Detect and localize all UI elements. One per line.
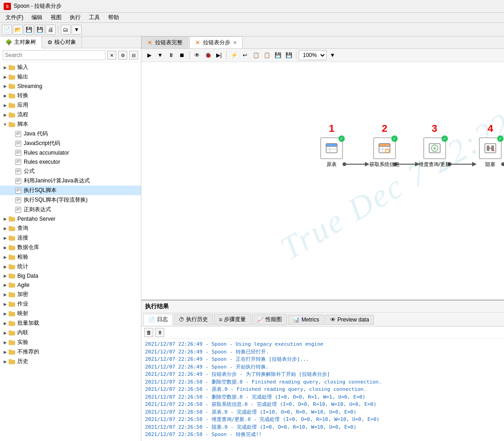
search-clear-button[interactable]: ✕ xyxy=(107,51,116,60)
tree-label-6: 脚本 xyxy=(17,120,28,128)
layers-button[interactable]: 🗂 xyxy=(61,25,71,35)
tree-item-5[interactable]: ▶流程 xyxy=(0,110,141,119)
node-3-icon xyxy=(427,141,442,156)
tree-item-17[interactable]: ▶查询 xyxy=(0,223,141,233)
node-4[interactable]: 4 ✕ ✓ 阻塞 xyxy=(479,137,502,168)
search-options-button[interactable]: ⚙ xyxy=(118,51,127,60)
analyze-button[interactable]: ↩ xyxy=(240,50,250,60)
tree-item-19[interactable]: ▶数据仓库 xyxy=(0,243,141,252)
tree-item-23[interactable]: ▶Agile xyxy=(0,280,141,290)
tree-item-10[interactable]: Rules executor xyxy=(0,157,141,166)
tree-item-4[interactable]: ▶应用 xyxy=(0,100,141,110)
copy-button[interactable]: 📋 xyxy=(251,50,261,60)
preview-icon: 👁 xyxy=(330,316,336,323)
bottom-tab-metrics[interactable]: 📊 Metrics xyxy=(288,315,324,325)
tree-arrow-4: ▶ xyxy=(2,102,8,109)
tree-item-25[interactable]: ▶作业 xyxy=(0,299,141,309)
menu-item-3[interactable]: 执行 xyxy=(66,13,84,22)
bottom-tab-log[interactable]: 📄 日志 xyxy=(143,314,173,325)
pause-button[interactable]: ⏸ xyxy=(166,50,176,60)
history-label: 执行历史 xyxy=(186,316,208,323)
tree-item-26[interactable]: ▶映射 xyxy=(0,309,141,318)
tree-item-13[interactable]: 执行SQL脚本 xyxy=(0,186,141,195)
node-1-box[interactable]: ✓ xyxy=(320,137,343,159)
tab-core-objects[interactable]: ⚙ 核心对象 xyxy=(42,36,82,48)
node-3-check: ✓ xyxy=(442,135,448,142)
tree-item-16[interactable]: ▶Pentaho Server xyxy=(0,214,141,223)
tree-item-2[interactable]: ▶Streaming xyxy=(0,82,141,91)
tab-main-objects[interactable]: 🌳 主对象树 xyxy=(0,36,42,48)
node-4-box[interactable]: ✕ ✓ xyxy=(479,137,502,159)
export2-button[interactable]: 💾 xyxy=(284,50,294,60)
log-line-7: 2021/12/07 22:26:50 - 删除空数据.0 - 完成处理 (I=… xyxy=(145,394,500,401)
stop-button[interactable]: ⏹ xyxy=(177,50,187,60)
copy2-button[interactable]: 📋 xyxy=(262,50,272,60)
tree-item-6[interactable]: ▼脚本 xyxy=(0,119,141,129)
tree-item-30[interactable]: ▶不推荐的 xyxy=(0,347,141,357)
menu-item-4[interactable]: 工具 xyxy=(85,13,104,22)
tree-arrow-2: ▶ xyxy=(2,83,8,89)
export-button[interactable]: 💾 xyxy=(273,50,283,60)
preview-button[interactable]: 👁 xyxy=(192,50,202,60)
run-dropdown-button[interactable]: ▼ xyxy=(155,50,165,60)
new-button[interactable]: 📄 xyxy=(2,25,12,35)
tree-item-14[interactable]: 执行SQL脚本(字段流替换) xyxy=(0,195,141,205)
tree-icon-13 xyxy=(15,187,22,194)
zoom-dropdown-button[interactable]: ▼ xyxy=(327,50,338,60)
bottom-tab-perf[interactable]: 📈 性能图 xyxy=(252,314,287,325)
log-area[interactable]: 2021/12/07 22:26:49 - Spoon - Using lega… xyxy=(141,339,504,441)
tree-label-22: Big Data xyxy=(17,273,38,279)
tree-item-21[interactable]: ▶统计 xyxy=(0,262,141,271)
bottom-tab-preview[interactable]: 👁 Preview data xyxy=(325,315,374,325)
canvas-area[interactable]: True Dec 7 22:2256 xyxy=(141,62,504,300)
open-button[interactable]: 📂 xyxy=(13,25,23,35)
menu-item-0[interactable]: 文件(F) xyxy=(2,13,27,22)
tree-item-20[interactable]: ▶检验 xyxy=(0,252,141,262)
tree-item-0[interactable]: ▶输入 xyxy=(0,62,141,72)
log-clear-button[interactable]: 🗑 xyxy=(144,328,153,337)
zoom-select[interactable]: 100% 25% 50% 75% 150% 200% xyxy=(299,50,327,60)
menu-item-1[interactable]: 编辑 xyxy=(28,13,46,22)
menu-item-5[interactable]: 帮助 xyxy=(104,13,123,22)
search-input[interactable] xyxy=(3,50,105,60)
tree-item-15[interactable]: 正则表达式 xyxy=(0,205,141,214)
tree-item-24[interactable]: ▶加密 xyxy=(0,290,141,299)
debug-button[interactable]: 🐞 xyxy=(203,50,213,60)
node-2-box[interactable]: i ✓ xyxy=(373,137,396,159)
bottom-tab-history[interactable]: ⏱ 执行历史 xyxy=(174,314,213,325)
tree-item-12[interactable]: 利用Janino计算Java表达式 xyxy=(0,176,141,186)
log-pause-button[interactable]: ⏸ xyxy=(155,328,164,337)
tree-area: ▶输入▶输出▶Streaming▶转换▶应用▶流程▼脚本Java 代码JavaS… xyxy=(0,62,141,441)
save-as-button[interactable]: 💾 xyxy=(35,25,45,35)
search-collapse-button[interactable]: ⊟ xyxy=(129,51,138,60)
bottom-tab-steps[interactable]: ≡ 步骤度量 xyxy=(214,314,251,325)
run-button[interactable]: ▶ xyxy=(144,50,154,60)
save-button[interactable]: 💾 xyxy=(24,25,34,35)
replay-button[interactable]: ▶| xyxy=(214,50,224,60)
tree-item-7[interactable]: Java 代码 xyxy=(0,129,141,139)
tree-label-16: Pentaho Server xyxy=(17,216,55,222)
tree-item-28[interactable]: ▶内联 xyxy=(0,328,141,337)
tree-item-1[interactable]: ▶输出 xyxy=(0,72,141,82)
tree-item-22[interactable]: ▶Big Data xyxy=(0,271,141,280)
tab-complete[interactable]: ✕ 拉链表完整 xyxy=(141,36,188,48)
tab-steps[interactable]: ✕ 拉链表分步 ✕ xyxy=(189,36,243,48)
node-3-box[interactable]: ✓ xyxy=(423,137,446,159)
node-1[interactable]: 1 ✓ 原表 xyxy=(320,137,343,168)
tree-item-3[interactable]: ▶转换 xyxy=(0,91,141,100)
node-3[interactable]: 3 ✓ 维度查询/更新 xyxy=(419,137,450,168)
tree-item-18[interactable]: ▶连接 xyxy=(0,233,141,243)
arrow-button[interactable]: ▼ xyxy=(72,25,82,35)
tree-item-31[interactable]: ▶历史 xyxy=(0,357,141,366)
tree-item-9[interactable]: Rules accumulator xyxy=(0,148,141,157)
check-button[interactable]: ⚡ xyxy=(229,50,239,60)
node-2[interactable]: 2 i ✓ 获取系统信息 xyxy=(369,137,400,168)
tree-item-11[interactable]: 公式 xyxy=(0,166,141,176)
print-button[interactable]: 🖨 xyxy=(46,25,56,35)
tab-steps-close[interactable]: ✕ xyxy=(233,40,237,45)
tree-item-29[interactable]: ▶实验 xyxy=(0,337,141,347)
node-2-num: 2 xyxy=(382,123,387,135)
tree-item-27[interactable]: ▶批量加载 xyxy=(0,318,141,328)
menu-item-2[interactable]: 视图 xyxy=(47,13,65,22)
tree-item-8[interactable]: JavaScript代码 xyxy=(0,139,141,148)
